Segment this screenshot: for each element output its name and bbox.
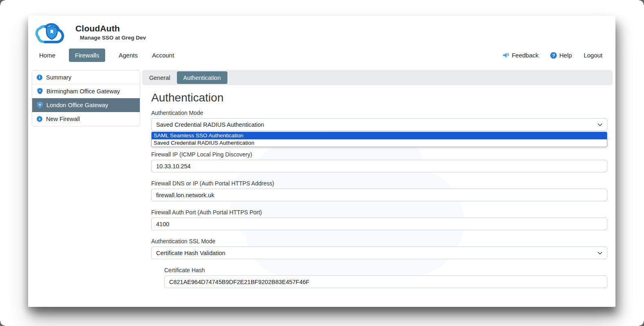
help-icon: ?	[550, 52, 557, 59]
chevron-down-icon	[598, 251, 602, 255]
sidebar-item-new-firewall[interactable]: + New Firewall	[32, 112, 140, 126]
help-label: Help	[559, 52, 572, 59]
screen-corner-artifact	[639, 321, 644, 326]
info-icon: i	[37, 75, 42, 80]
app-window: CloudAuth Manage SSO at Greg Dev Home Fi…	[28, 15, 615, 307]
help-link[interactable]: ? Help	[550, 52, 572, 59]
nav-item-account[interactable]: Account	[151, 48, 175, 62]
ssl-mode-group: Authentication SSL Mode Certificate Hash…	[151, 238, 607, 259]
cloudauth-logo	[33, 20, 71, 46]
authentication-form: Authentication Mode Saved Credential RAD…	[142, 110, 613, 320]
ssl-mode-label: Authentication SSL Mode	[151, 238, 607, 244]
ssl-mode-selected-value: Certificate Hash Validation	[156, 250, 225, 256]
firewall-sidebar: i Summary Birmingham Office Gateway	[32, 70, 140, 126]
firewall-ip-group: Firewall IP (ICMP Local Ping Discovery)	[151, 151, 607, 172]
auth-mode-dropdown: SAML Seamless SSO Authentication Saved C…	[151, 132, 607, 147]
auth-mode-selected-value: Saved Credential RADIUS Authentication	[156, 121, 264, 128]
auth-port-group: Firewall Auth Port (Auth Portal HTTPS Po…	[151, 209, 607, 230]
brand: CloudAuth Manage SSO at Greg Dev	[33, 20, 609, 46]
auth-mode-select[interactable]: Saved Credential RADIUS Authentication	[151, 118, 607, 131]
screen-corner-artifact	[639, 0, 644, 5]
top-nav: Home Firewalls Agents Account Feedback ?…	[33, 48, 609, 66]
sidebar-item-label: London Office Gateway	[46, 102, 108, 108]
cert-hash-label: Certificate Hash	[164, 267, 607, 273]
tab-authentication[interactable]: Authentication	[177, 71, 227, 84]
screen-corner-artifact	[0, 321, 5, 326]
shield-icon	[37, 88, 43, 94]
feedback-link[interactable]: Feedback	[502, 52, 538, 59]
feedback-megaphone-icon	[502, 52, 509, 58]
firewall-ip-label: Firewall IP (ICMP Local Ping Discovery)	[151, 151, 607, 158]
cert-hash-group: Certificate Hash	[164, 267, 607, 288]
firewall-dns-group: Firewall DNS or IP (Auth Portal HTTPS Ad…	[151, 180, 607, 201]
ssl-mode-select[interactable]: Certificate Hash Validation	[151, 247, 607, 259]
auth-mode-group: Authentication Mode Saved Credential RAD…	[151, 110, 607, 147]
firewall-dns-input[interactable]	[151, 189, 607, 201]
chevron-down-icon	[598, 123, 602, 126]
screen-corner-artifact	[0, 0, 5, 5]
nav-item-home[interactable]: Home	[38, 48, 56, 62]
logout-link[interactable]: Logout	[584, 52, 602, 59]
firewall-detail-panel: General Authentication Authentication Au…	[142, 70, 613, 320]
app-tagline: Manage SSO at Greg Dev	[80, 35, 146, 41]
cert-hash-input[interactable]	[164, 275, 607, 288]
feedback-label: Feedback	[512, 52, 538, 59]
auth-port-label: Firewall Auth Port (Auth Portal HTTPS Po…	[151, 209, 607, 216]
logout-label: Logout	[584, 52, 602, 59]
sidebar-item-london-office-gateway[interactable]: London Office Gateway	[32, 98, 140, 112]
plus-icon: +	[37, 116, 42, 122]
dropdown-option-saml[interactable]: SAML Seamless SSO Authentication	[152, 132, 607, 139]
firewall-dns-label: Firewall DNS or IP (Auth Portal HTTPS Ad…	[151, 180, 607, 187]
sidebar-item-label: New Firewall	[46, 116, 80, 122]
app-header: CloudAuth Manage SSO at Greg Dev Home Fi…	[28, 15, 615, 66]
sidebar-item-summary[interactable]: i Summary	[32, 70, 140, 84]
nav-item-firewalls[interactable]: Firewalls	[69, 48, 105, 62]
sidebar-item-label: Birmingham Office Gateway	[46, 88, 120, 95]
dropdown-option-radius[interactable]: Saved Credential RADIUS Authentication	[152, 139, 607, 147]
content-area: i Summary Birmingham Office Gateway	[28, 66, 615, 320]
tab-general[interactable]: General	[143, 71, 176, 84]
shield-logo-mark	[46, 26, 57, 39]
detail-tabstrip: General Authentication	[142, 70, 613, 85]
firewall-ip-input[interactable]	[151, 160, 607, 172]
auth-port-input[interactable]	[151, 218, 607, 230]
sidebar-item-label: Summary	[46, 74, 71, 81]
auth-mode-label: Authentication Mode	[151, 110, 607, 116]
shield-icon	[37, 102, 43, 108]
page-title: Authentication	[142, 91, 613, 104]
sidebar-item-birmingham-office-gateway[interactable]: Birmingham Office Gateway	[32, 84, 140, 98]
app-title: CloudAuth	[75, 24, 146, 33]
nav-item-agents[interactable]: Agents	[118, 48, 139, 62]
